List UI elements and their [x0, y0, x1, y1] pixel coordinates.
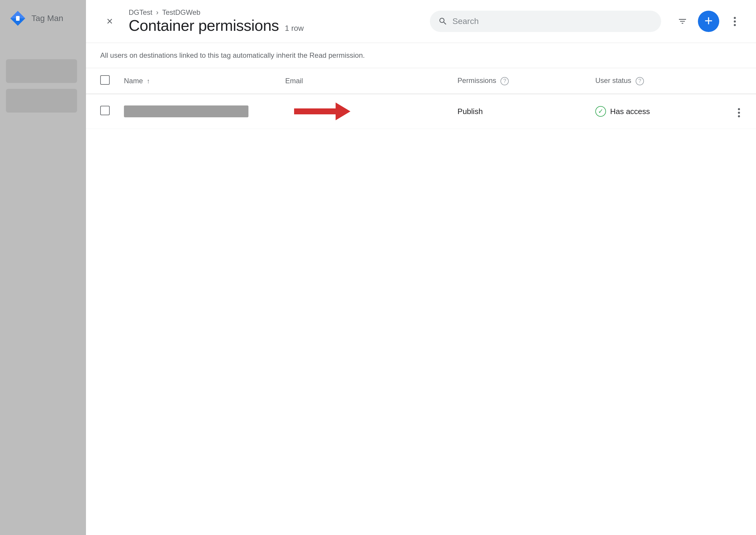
row-name-cell [117, 94, 278, 129]
permissions-value: Publish [457, 107, 581, 116]
breadcrumb-separator: › [156, 8, 158, 16]
header-actions: + [673, 11, 744, 32]
table-row: Publish ✓ Has access [86, 94, 756, 129]
search-icon [438, 16, 448, 26]
row-checkbox[interactable] [100, 106, 110, 115]
red-arrow [294, 102, 350, 120]
add-button[interactable]: + [698, 11, 719, 32]
row-status-cell: ✓ Has access [588, 94, 726, 129]
th-actions [726, 68, 756, 94]
search-bar [430, 11, 661, 32]
blurred-name [124, 105, 249, 117]
arrow-head [336, 102, 350, 120]
permission-label: Publish [457, 107, 483, 116]
sort-asc-icon: ↑ [147, 77, 150, 85]
notice-bar: All users on destinations linked to this… [86, 43, 756, 68]
th-permissions-label: Permissions [457, 76, 496, 84]
gtm-logo-bg [9, 10, 27, 27]
row-permissions-cell: Publish [450, 94, 588, 129]
status-label: Has access [610, 107, 650, 116]
row-count: 1 row [285, 24, 304, 33]
row-more-icon [738, 108, 740, 117]
background-sidebar: Tag Man [0, 0, 86, 535]
checkmark: ✓ [598, 108, 603, 115]
status-value: ✓ Has access [595, 106, 719, 117]
add-icon: + [705, 14, 713, 28]
title-block: DGTest › TestDGWeb Container permissions… [129, 8, 418, 34]
app-name-bg: Tag Man [31, 14, 63, 23]
more-icon [734, 17, 736, 26]
th-user-status: User status ? [588, 68, 726, 94]
page-title: Container permissions [129, 16, 279, 34]
th-status-label: User status [595, 76, 631, 84]
row-checkbox-cell [86, 94, 117, 129]
arrow-body [294, 108, 336, 114]
svg-rect-2 [16, 16, 19, 21]
th-permissions: Permissions ? [450, 68, 588, 94]
filter-icon [678, 16, 687, 26]
sidebar-item-1-bg [6, 59, 77, 83]
th-email-label: Email [285, 77, 303, 85]
row-more-cell [726, 94, 756, 129]
breadcrumb-container: TestDGWeb [162, 8, 200, 16]
th-select-all [86, 68, 117, 94]
title-row: Container permissions 1 row [129, 16, 418, 34]
search-svg-icon [438, 16, 448, 26]
check-circle-icon: ✓ [595, 106, 606, 117]
th-name-label: Name [124, 77, 143, 85]
panel-header: × DGTest › TestDGWeb Container permissio… [86, 0, 756, 43]
th-email: Email [278, 68, 450, 94]
sidebar-item-2-bg [6, 89, 77, 113]
table-container: Name ↑ Email Permissions ? User status ? [86, 68, 756, 535]
permissions-table: Name ↑ Email Permissions ? User status ? [86, 68, 756, 129]
more-options-button[interactable] [725, 12, 744, 31]
permissions-help-icon[interactable]: ? [500, 77, 509, 85]
close-icon: × [106, 16, 113, 27]
breadcrumb-account: DGTest [129, 8, 152, 16]
breadcrumb: DGTest › TestDGWeb [129, 8, 418, 16]
filter-button[interactable] [673, 12, 692, 31]
search-input[interactable] [452, 16, 653, 26]
notice-text: All users on destinations linked to this… [100, 51, 365, 59]
row-email-cell [278, 94, 450, 129]
select-all-checkbox[interactable] [100, 75, 110, 85]
th-name[interactable]: Name ↑ [117, 68, 278, 94]
container-permissions-panel: × DGTest › TestDGWeb Container permissio… [86, 0, 756, 535]
close-button[interactable]: × [100, 12, 119, 31]
email-arrow-container [285, 102, 443, 120]
row-more-button[interactable] [733, 106, 745, 120]
table-header-row: Name ↑ Email Permissions ? User status ? [86, 68, 756, 94]
user-status-help-icon[interactable]: ? [636, 77, 644, 85]
